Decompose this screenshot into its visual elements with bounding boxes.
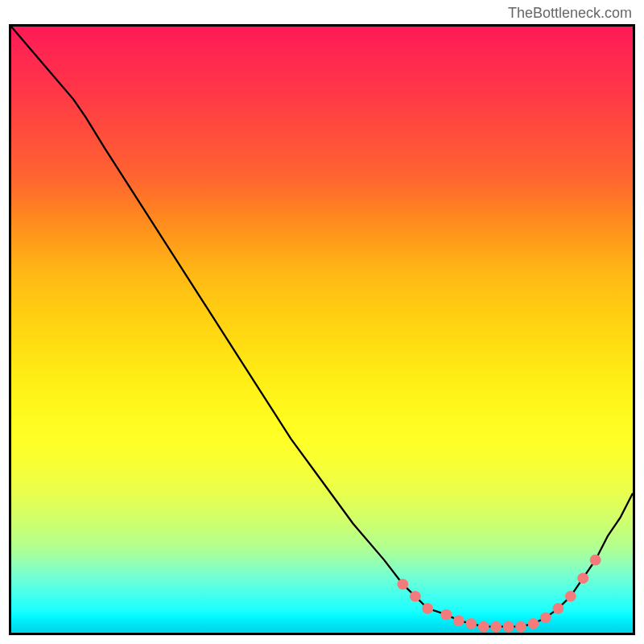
data-point (440, 609, 452, 621)
data-point (410, 591, 421, 602)
chart-svg (11, 27, 633, 633)
curve-line (11, 27, 633, 626)
data-point (565, 591, 576, 602)
data-point (515, 621, 526, 633)
data-point (528, 618, 539, 630)
data-point (552, 603, 564, 614)
data-point (465, 618, 477, 630)
data-point (422, 603, 433, 614)
data-point (490, 621, 502, 633)
data-point (397, 579, 408, 590)
data-point (540, 612, 551, 623)
data-point (577, 572, 588, 584)
data-point (453, 615, 464, 626)
data-point (590, 555, 601, 566)
chart-container: TheBottleneck.com (0, 0, 644, 644)
watermark-text: TheBottleneck.com (508, 5, 632, 22)
dots-group (397, 555, 601, 632)
data-point (478, 621, 489, 633)
plot-area (9, 24, 635, 635)
data-point (503, 621, 514, 633)
